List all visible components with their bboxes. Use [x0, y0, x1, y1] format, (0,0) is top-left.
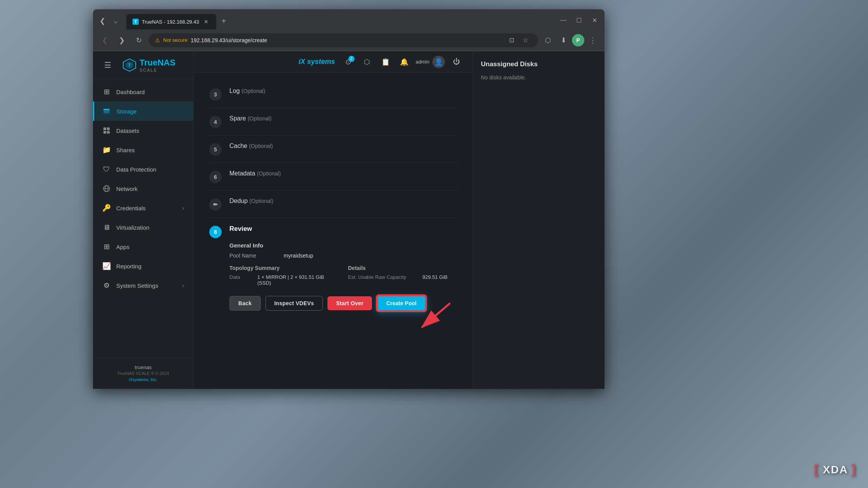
nav-items: ⊞ Dashboard Storage	[93, 79, 193, 358]
sidebar-item-apps[interactable]: ⊞ Apps	[93, 237, 193, 256]
sidebar-item-shares[interactable]: 📁 Shares	[93, 140, 193, 160]
clipboard-icon[interactable]: 📋	[379, 55, 393, 69]
sidebar-item-label: Network	[116, 186, 184, 192]
sidebar-footer: truenas TrueNAS SCALE ® © 2024 iXsystems…	[93, 358, 193, 389]
general-info-section: General Info Pool Name myraidsetup	[229, 236, 457, 314]
status-badge: 2	[348, 56, 355, 62]
bookmark-icon[interactable]: ☆	[519, 34, 532, 46]
logo-svg: T	[122, 58, 136, 72]
sidebar-item-data-protection[interactable]: 🛡 Data Protection	[93, 160, 193, 179]
close-window-button[interactable]: ✕	[587, 13, 601, 27]
back-button[interactable]: ❮	[98, 33, 112, 47]
xda-bracket-open: [	[814, 462, 819, 476]
qr-code-icon[interactable]: ⊡	[505, 34, 518, 46]
tab-back-button[interactable]: ❮	[96, 15, 108, 27]
more-options-button[interactable]: ⋮	[586, 33, 600, 47]
url-display: 192.168.29.43/ui/storage/create	[191, 37, 502, 43]
step-number-3: 3	[209, 88, 222, 101]
tab-nav-controls: ❮ ⌵	[96, 15, 122, 27]
virtualization-icon: 🖥	[102, 223, 111, 232]
sidebar-item-label: Shares	[116, 147, 184, 153]
tab-down-button[interactable]: ⌵	[109, 15, 122, 27]
network-icon	[102, 184, 111, 193]
sidebar-item-datasets[interactable]: Datasets	[93, 121, 193, 140]
xda-text: XDA	[823, 464, 847, 476]
system-settings-icon: ⚙	[102, 281, 111, 290]
sidebar-item-label: Reporting	[116, 263, 184, 270]
maximize-button[interactable]: ☐	[572, 13, 586, 27]
storage-icon	[102, 107, 111, 115]
apps-icon: ⊞	[102, 242, 111, 251]
tab-close-button[interactable]: ✕	[202, 18, 210, 26]
profile-button[interactable]: P	[572, 34, 584, 46]
download-button[interactable]: ⬇	[556, 33, 570, 47]
toolbar-right: ⬡ ⬇ P ⋮	[541, 33, 600, 47]
sidebar-item-storage[interactable]: Storage	[93, 101, 193, 121]
step-review-header: 8 Review General Info Pool Name myraids	[209, 225, 457, 314]
step-dedup-optional: (Optional)	[250, 198, 273, 204]
right-panel-title: Unassigned Disks	[481, 60, 597, 68]
new-tab-button[interactable]: +	[218, 15, 230, 27]
footer-version: TrueNAS SCALE ® © 2024	[101, 371, 186, 376]
reload-button[interactable]: ↻	[132, 33, 146, 47]
tab-favicon-icon: T	[133, 19, 139, 25]
topbar-icons: ⊙ 2 ⬡ 📋 🔔 admin 👤 ⏻	[341, 55, 463, 69]
pool-name-row: Pool Name myraidsetup	[229, 253, 457, 259]
step-spare-optional: (Optional)	[248, 115, 271, 122]
browser-window: ❮ ⌵ T TrueNAS - 192.168.29.43 ✕ + ― ☐ ✕ …	[93, 9, 604, 389]
address-bar-container: ❮ ❯ ↻ ⚠ Not secure 192.168.29.43/ui/stor…	[93, 29, 604, 51]
sidebar-item-label: Dashboard	[116, 89, 184, 95]
url-bar[interactable]: ⚠ Not secure 192.168.29.43/ui/storage/cr…	[149, 33, 538, 47]
main-content: iX systems ⊙ 2 ⬡ 📋 🔔 admin 👤	[194, 51, 604, 389]
sidebar-item-virtualization[interactable]: 🖥 Virtualization	[93, 218, 193, 237]
step-spare-title: Spare (Optional)	[229, 115, 272, 122]
svg-rect-7	[103, 113, 110, 114]
svg-rect-9	[107, 127, 110, 130]
layers-icon[interactable]: ⬡	[360, 55, 374, 69]
sidebar-item-label: Virtualization	[116, 224, 184, 231]
step-review: 8 Review General Info Pool Name myraids	[209, 218, 457, 321]
sidebar-item-network[interactable]: Network	[93, 179, 193, 198]
notification-icon[interactable]: 🔔	[397, 55, 411, 69]
topology-grid: Topology Summary Data 1 × MIRROR | 2 × 9…	[229, 265, 457, 287]
chevron-right-icon: ›	[182, 205, 184, 211]
chevron-right-icon-2: ›	[182, 282, 184, 289]
extensions-button[interactable]: ⬡	[541, 33, 555, 47]
pool-name-label: Pool Name	[229, 253, 276, 259]
step-log-title: Log (Optional)	[229, 88, 265, 94]
back-button[interactable]: Back	[229, 296, 261, 311]
status-icon[interactable]: ⊙ 2	[341, 55, 355, 69]
minimize-button[interactable]: ―	[556, 13, 570, 27]
power-icon[interactable]: ⏻	[450, 55, 463, 69]
step-number-6: 6	[209, 171, 222, 183]
hamburger-menu-button[interactable]: ☰	[101, 58, 115, 72]
data-protection-icon: 🛡	[102, 165, 111, 174]
svg-rect-6	[103, 111, 110, 113]
inspect-vdevs-button[interactable]: Inspect VDEVs	[265, 296, 323, 311]
step-review-content: Review General Info Pool Name myraidsetu…	[229, 225, 457, 314]
sidebar-item-credentials[interactable]: 🔑 Credentials ›	[93, 198, 193, 218]
right-panel: Unassigned Disks No disks available.	[473, 51, 604, 389]
create-pool-button[interactable]: Create Pool	[377, 295, 426, 311]
start-over-button[interactable]: Start Over	[327, 296, 372, 310]
xda-bracket-close: ]	[851, 462, 856, 476]
step-number-8: 8	[209, 226, 222, 238]
footer-link[interactable]: iXsystems, Inc.	[129, 377, 158, 382]
svg-rect-11	[107, 131, 110, 134]
sidebar-item-system-settings[interactable]: ⚙ System Settings ›	[93, 276, 193, 295]
est-capacity-label: Est. Usable Raw Capacity	[348, 274, 418, 280]
reporting-icon: 📈	[102, 262, 111, 270]
sidebar-header: ☰ T TrueNAS SCALE	[93, 51, 193, 79]
step-number-5: 5	[209, 143, 222, 156]
dashboard-icon: ⊞	[102, 88, 111, 96]
forward-button[interactable]: ❯	[115, 33, 129, 47]
window-controls: ― ☐ ✕	[556, 13, 601, 27]
svg-rect-10	[103, 131, 106, 134]
browser-tab-truenas[interactable]: T TrueNAS - 192.168.29.43 ✕	[126, 14, 216, 29]
step-cache: 5 Cache (Optional)	[209, 136, 457, 163]
sidebar-item-dashboard[interactable]: ⊞ Dashboard	[93, 82, 193, 101]
svg-text:T: T	[128, 63, 131, 68]
user-menu[interactable]: admin 👤	[416, 56, 445, 68]
sidebar-item-reporting[interactable]: 📈 Reporting	[93, 256, 193, 276]
tab-title: TrueNAS - 192.168.29.43	[142, 19, 199, 25]
